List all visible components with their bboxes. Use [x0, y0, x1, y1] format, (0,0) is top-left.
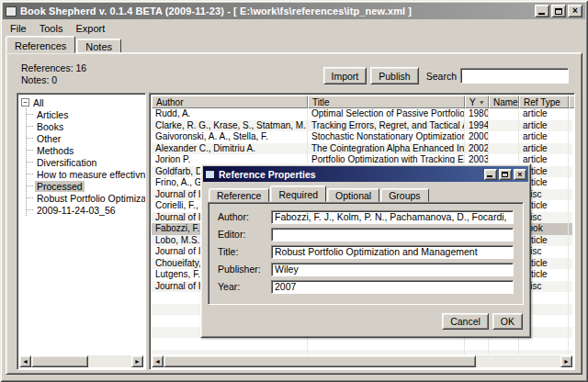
year-field[interactable]	[271, 280, 514, 294]
maximize-icon	[555, 8, 562, 15]
scroll-left-icon[interactable]: ◄	[152, 355, 164, 367]
table-row[interactable]: Clarke, R. G., Krase, S., Statman, M.Tra…	[152, 120, 572, 132]
title-label: Title:	[218, 246, 271, 257]
cell-title: Tracking Errors, Regret, and Tactical As…	[308, 120, 465, 132]
tree-item-books[interactable]: Books	[27, 120, 143, 132]
tab-references[interactable]: References	[6, 36, 75, 53]
dialog-tab-groups[interactable]: Groups	[380, 188, 428, 202]
title-bar[interactable]: Book Shepherd v. 0.1.4 BETA (2009-11-23)…	[3, 3, 585, 19]
cell-author: Rudd, A.	[152, 108, 308, 120]
menu-export[interactable]: Export	[69, 23, 111, 34]
table-hscrollbar[interactable]: ◄ ►	[152, 355, 572, 367]
tree-item-diversification[interactable]: Diversification	[27, 156, 143, 168]
column-header-y[interactable]: Y▼	[465, 96, 489, 108]
column-header-title[interactable]: Title	[308, 96, 465, 108]
scroll-thumb[interactable]	[31, 355, 88, 367]
cell-author: Clarke, R. G., Krase, S., Statman, M.	[152, 120, 308, 132]
minimize-button[interactable]	[535, 5, 549, 17]
tree-hscrollbar[interactable]: ◄ ►	[19, 355, 143, 367]
column-header-author[interactable]: Author	[152, 96, 308, 108]
cell-empty	[152, 350, 308, 355]
editor-field[interactable]	[271, 228, 514, 242]
tab-notes[interactable]: Notes	[76, 39, 121, 53]
tree-item-processed[interactable]: Processed	[27, 180, 143, 192]
notes-count: Notes: 0	[21, 74, 86, 86]
tree-item-all[interactable]: − All	[21, 96, 143, 108]
table-row[interactable]: Gaivoronski, A. A., Stella, F.Stochastic…	[152, 131, 572, 143]
dialog-minimize-button[interactable]	[484, 169, 497, 180]
tree-item-articles[interactable]: Articles	[27, 108, 143, 120]
cell-name	[489, 131, 519, 143]
import-button[interactable]: Import	[323, 67, 368, 84]
publisher-field-row: Publisher:	[218, 262, 514, 276]
cell-title: Stochastic Nonstationary Optimization fo…	[308, 131, 465, 143]
year-field-row: Year:	[218, 279, 514, 294]
author-field-row: Author:	[218, 209, 514, 224]
cell-name	[489, 120, 519, 132]
cell-y: 1980	[465, 108, 489, 120]
collapse-icon[interactable]: −	[21, 98, 29, 107]
dialog-tab-required[interactable]: Required	[270, 185, 326, 202]
tree-item-label: Articles	[35, 109, 70, 120]
category-tree: − All ArticlesBooksOtherMethodsDiversifi…	[21, 96, 143, 216]
editor-label: Editor:	[218, 229, 271, 240]
tree-item-how-to-measure-effectivness[interactable]: How to measure effectivness	[27, 168, 143, 180]
main-tab-strip: ReferencesNotes	[6, 37, 582, 53]
table-row[interactable]: Rudd, A.Optimal Selection of Passive Por…	[152, 108, 572, 120]
dialog-tab-optional[interactable]: Optional	[327, 188, 379, 202]
column-header-ref-type[interactable]: Ref Type	[519, 96, 569, 108]
author-label: Author:	[218, 211, 271, 222]
info-bar: References: 16 Notes: 0 Import Publish S…	[19, 62, 572, 92]
table-row-empty	[152, 350, 572, 355]
menu-file[interactable]: File	[4, 23, 33, 34]
publisher-field[interactable]	[271, 263, 514, 276]
category-tree-panel: − All ArticlesBooksOtherMethodsDiversifi…	[17, 93, 146, 370]
tree-item-label: Books	[35, 121, 65, 132]
cell-author: Alexander C., Dimitriu A.	[152, 143, 308, 155]
dialog-maximize-button[interactable]	[499, 169, 512, 180]
table-header: AuthorTitleY▼NameRef Type	[152, 96, 572, 108]
cell-y: 2000	[465, 131, 489, 143]
tree-item-methods[interactable]: Methods	[27, 144, 143, 156]
cell-empty	[152, 338, 308, 350]
tree-item-2009-11-24-03-56[interactable]: 2009-11-24-03_56	[27, 204, 143, 216]
menu-tools[interactable]: Tools	[33, 23, 70, 34]
sort-desc-icon: ▼	[479, 99, 485, 106]
dialog-icon	[205, 170, 215, 179]
scroll-right-icon[interactable]: ►	[131, 355, 143, 367]
tree-children: ArticlesBooksOtherMethodsDiversification…	[26, 108, 143, 216]
scroll-right-icon[interactable]: ►	[560, 355, 572, 367]
cancel-button[interactable]: Cancel	[442, 313, 489, 330]
cell-author: Gaivoronski, A. A., Stella, F.	[152, 131, 308, 143]
maximize-button[interactable]	[551, 5, 566, 17]
cell-title: Optimal Selection of Passive Portfolios	[308, 108, 465, 120]
scroll-thumb[interactable]	[164, 355, 476, 367]
minimize-icon	[487, 175, 492, 177]
tree-item-label: How to measure effectivness	[35, 169, 146, 180]
tree-item-other[interactable]: Other	[27, 132, 143, 144]
tree-item-label: 2009-11-24-03_56	[35, 205, 118, 216]
dialog-tab-strip: ReferenceRequiredOptionalGroups	[209, 186, 523, 202]
publish-button[interactable]: Publish	[370, 67, 418, 84]
tree-item-label: Diversification	[35, 157, 98, 168]
scroll-left-icon[interactable]: ◄	[19, 355, 31, 367]
publisher-label: Publisher:	[218, 264, 271, 275]
tree-item-robust-portfolio-optimization[interactable]: Robust Portfolio Optimization	[27, 192, 143, 204]
title-field[interactable]	[271, 245, 514, 259]
app-window: Book Shepherd v. 0.1.4 BETA (2009-11-23)…	[0, 0, 588, 382]
table-row[interactable]: Alexander C., Dimitriu A.The Cointegrati…	[152, 143, 572, 155]
dialog-close-button[interactable]: ×	[514, 169, 526, 180]
title-field-row: Title:	[218, 244, 514, 259]
table-row-empty	[152, 338, 572, 350]
tree-item-label: Robust Portfolio Optimization	[35, 193, 146, 204]
dialog-title-bar[interactable]: Reference Properties ×	[203, 166, 528, 182]
author-field[interactable]	[271, 210, 514, 224]
dialog-tab-reference[interactable]: Reference	[209, 188, 269, 202]
ok-button[interactable]: OK	[492, 313, 523, 330]
cell-empty	[519, 338, 569, 350]
cell-empty	[489, 350, 519, 355]
column-header-name[interactable]: Name	[489, 96, 519, 108]
search-input[interactable]	[460, 68, 569, 84]
tree-item-label: Other	[35, 133, 62, 144]
close-button[interactable]: ×	[568, 5, 582, 17]
